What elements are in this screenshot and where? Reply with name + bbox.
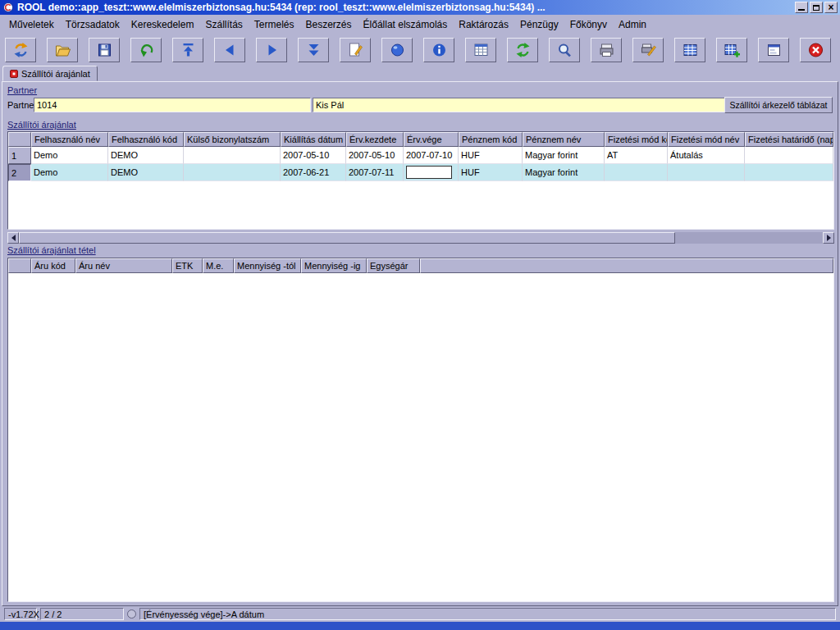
search-button[interactable] — [549, 38, 580, 62]
cell[interactable]: Demo — [31, 164, 108, 181]
cell[interactable] — [184, 164, 281, 181]
offers-col-penznem-kod[interactable]: Pénznem kód — [459, 132, 523, 147]
record-indicator-icon — [127, 609, 136, 619]
minimize-button[interactable] — [795, 2, 808, 13]
close-button[interactable]: × — [824, 2, 838, 13]
table-add-button[interactable] — [716, 38, 747, 62]
items-col-aru-nev[interactable]: Áru név — [75, 258, 172, 273]
menu-item-penzugy[interactable]: Pénzügy — [514, 16, 564, 33]
supplier-price-table-button[interactable]: Szállítói árkezelő táblázat — [724, 97, 833, 113]
cell[interactable]: HUF — [459, 164, 523, 181]
menu-item-fokonyv[interactable]: Főkönyv — [564, 16, 613, 33]
cell[interactable] — [184, 147, 281, 164]
menu-item-beszerzes[interactable]: Beszerzés — [300, 16, 358, 33]
tab-szallitoi-arajanlat[interactable]: Szállítói árajánlat — [2, 66, 98, 81]
cell[interactable]: 2007-05-10 — [281, 147, 346, 164]
exit-button[interactable] — [800, 38, 831, 62]
menu-item-raktarozas[interactable]: Raktározás — [453, 16, 514, 33]
edit-button[interactable] — [340, 38, 371, 62]
open-folder-button[interactable] — [47, 38, 78, 62]
scrollbar-track[interactable] — [675, 232, 823, 244]
erv-vege-edit-input[interactable] — [406, 166, 452, 179]
tab-label: Szállítói árajánlat — [21, 69, 90, 79]
info-icon — [431, 42, 448, 58]
partner-section-label: Partner — [7, 85, 37, 95]
offers-col-erv-kezdete[interactable]: Érv.kezdete — [346, 132, 404, 147]
menu-item-termeles[interactable]: Termelés — [249, 16, 300, 33]
offers-col-fizetesi-mod-nev[interactable]: Fizetési mód név — [668, 132, 745, 147]
items-section-label: Szállítói árajánlat tétel — [7, 245, 96, 255]
menu-item-muveletek[interactable]: Műveletek — [3, 16, 60, 33]
info-button[interactable] — [423, 38, 454, 62]
cell[interactable]: DEMO — [108, 164, 184, 181]
offers-col-fizetesi-mod-kod[interactable]: Fizetési mód kód — [605, 132, 668, 147]
partner-name-input[interactable] — [313, 98, 728, 112]
cell[interactable]: 2007-06-21 — [281, 164, 346, 181]
cell-erv-vege-editing[interactable] — [404, 164, 459, 181]
cell[interactable] — [605, 164, 668, 181]
exchange-icon — [12, 42, 30, 58]
print-settings-icon — [640, 42, 657, 58]
content-panel: Partner Partner Szállítói árkezelő táblá… — [2, 81, 838, 606]
cell[interactable]: 2007-05-10 — [346, 147, 404, 164]
first-record-button[interactable] — [172, 38, 203, 62]
items-col-aru-kod[interactable]: Áru kód — [31, 258, 75, 273]
calendar-button[interactable] — [465, 38, 496, 62]
scrollbar-thumb[interactable] — [19, 232, 675, 244]
table-button[interactable] — [674, 38, 705, 62]
cell[interactable]: AT — [605, 147, 668, 164]
open-folder-icon — [54, 42, 71, 58]
save-button[interactable] — [89, 38, 120, 62]
menu-item-szallitas[interactable]: Szállítás — [199, 16, 248, 33]
cell[interactable]: DEMO — [108, 147, 184, 164]
form-icon — [765, 42, 783, 58]
offers-col-kiallitas-datum[interactable]: Kiállítás dátum — [281, 132, 346, 147]
copy-button[interactable] — [381, 38, 413, 62]
next-record-button[interactable] — [256, 38, 287, 62]
previous-record-button[interactable] — [214, 38, 245, 62]
form-button[interactable] — [758, 38, 789, 62]
cell[interactable] — [745, 164, 833, 181]
menu-item-eloallat[interactable]: Élőállat elszámolás — [358, 16, 454, 33]
cell[interactable]: HUF — [459, 147, 523, 164]
offers-col-penznem-nev[interactable]: Pénznem név — [523, 132, 605, 147]
items-header-filler — [420, 258, 833, 273]
partner-code-input[interactable] — [34, 98, 311, 112]
offers-col-kulso-bizonylatszam[interactable]: Külső bizonylatszám — [184, 132, 281, 147]
offers-col-erv-vege[interactable]: Érv.vége — [404, 132, 459, 147]
items-col-mennyiseg-tol[interactable]: Mennyiség -tól — [234, 258, 301, 273]
offers-col-felhasznalo-nev[interactable]: Felhasználó név — [31, 132, 108, 147]
menu-item-admin[interactable]: Admin — [613, 16, 652, 33]
restore-button[interactable] — [810, 2, 823, 13]
cell[interactable]: 2007-07-11 — [346, 164, 404, 181]
print-button[interactable] — [591, 38, 622, 62]
items-col-egysegar[interactable]: Egységár — [367, 258, 420, 273]
table-icon — [682, 42, 699, 58]
cell[interactable] — [668, 164, 745, 181]
row-header-2[interactable]: 2 — [8, 164, 31, 181]
minimize-icon — [798, 9, 805, 11]
cell[interactable]: 2007-07-10 — [404, 147, 459, 164]
scroll-left-button[interactable] — [7, 232, 19, 244]
last-record-button[interactable] — [298, 38, 329, 62]
refresh-button[interactable] — [507, 38, 538, 62]
cell[interactable]: Magyar forint — [523, 164, 605, 181]
print-settings-button[interactable] — [632, 38, 664, 62]
exchange-button[interactable] — [5, 38, 36, 62]
offers-col-fizetesi-hatarido[interactable]: Fizetési határidő (nap — [745, 132, 833, 147]
menu-item-kereskedelem[interactable]: Kereskedelem — [126, 16, 200, 33]
menu-item-torzsadatok[interactable]: Törzsadatok — [60, 16, 126, 33]
items-col-mennyiseg-ig[interactable]: Mennyiség -ig — [301, 258, 367, 273]
first-record-icon — [180, 42, 197, 58]
app-logo-icon — [2, 2, 14, 13]
items-col-etk[interactable]: ETK — [172, 258, 203, 273]
cell[interactable]: Demo — [31, 147, 108, 164]
scroll-right-button[interactable] — [823, 232, 834, 244]
items-col-me[interactable]: M.e. — [203, 258, 234, 273]
row-header-1[interactable]: 1 — [8, 147, 31, 164]
cell[interactable]: Átutalás — [668, 147, 745, 164]
offers-col-felhasznalo-kod[interactable]: Felhasználó kód — [108, 132, 184, 147]
cell[interactable]: Magyar forint — [523, 147, 605, 164]
cell[interactable] — [745, 147, 833, 164]
undo-button[interactable] — [130, 38, 162, 62]
